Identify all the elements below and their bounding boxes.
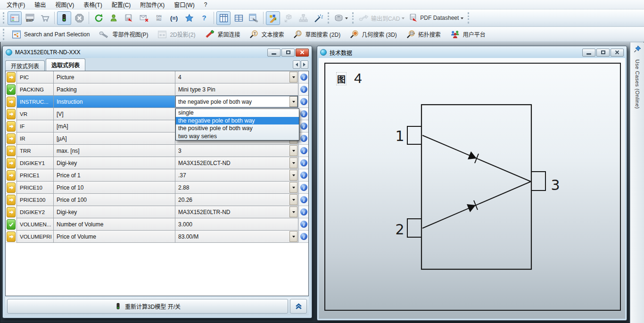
info-button[interactable]: i [298, 231, 308, 243]
row-status-arrow-icon[interactable] [6, 96, 17, 108]
table-rows-button[interactable] [231, 11, 246, 25]
row-status-arrow-icon[interactable] [6, 231, 17, 243]
param-name[interactable]: PRICE1 [17, 169, 54, 182]
menu-item-3[interactable]: 表格(T) [79, 0, 107, 9]
favorites-star-button[interactable] [182, 11, 196, 25]
param-value-combo[interactable]: MA3X152E0LCT-ND [175, 157, 298, 169]
combo-dropdown-button[interactable] [289, 207, 297, 217]
menu-item-4[interactable]: 配置(C) [107, 0, 136, 9]
combo-dropdown-button[interactable] [289, 182, 297, 193]
magic-wand-button[interactable] [311, 11, 325, 25]
user-platform-button[interactable]: 用户平台 [446, 28, 490, 41]
param-description[interactable]: Digi-key [54, 206, 175, 218]
close-button[interactable] [611, 49, 624, 57]
param-name[interactable]: PRICE10 [17, 182, 54, 194]
tab-scroll-left-button[interactable] [293, 60, 300, 69]
param-description[interactable]: Picture [54, 71, 175, 83]
export-cad-button[interactable]: 输出到CAD [357, 11, 406, 25]
fastener-connection-button[interactable]: 紧固连接 [200, 28, 245, 41]
dropdown-option[interactable]: the negative pole of both way [176, 117, 299, 125]
param-description[interactable]: Price of 10 [54, 182, 175, 194]
use-cases-side-panel[interactable]: Use Cases (Online) [630, 42, 644, 323]
menu-item-7[interactable]: ? [199, 0, 212, 9]
combo-dropdown-button[interactable] [289, 72, 297, 83]
param-value-combo[interactable]: 83.00/M [175, 231, 298, 243]
tree-structure-button[interactable] [296, 11, 310, 25]
param-name[interactable]: VOLUMEN... [17, 218, 54, 231]
info-button[interactable]: i [298, 145, 308, 157]
minimize-button[interactable] [267, 49, 281, 57]
info-button[interactable]: i [298, 96, 308, 108]
row-status-arrow-icon[interactable] [6, 157, 17, 169]
info-button[interactable]: i [298, 133, 308, 145]
row-status-arrow-icon[interactable] [6, 120, 17, 133]
param-name[interactable]: DIGIKEY2 [17, 206, 54, 218]
info-button[interactable]: i [298, 108, 308, 120]
bmp-export-button[interactable]: BMP [23, 11, 37, 25]
param-value-combo[interactable]: 3 [175, 145, 298, 157]
info-button[interactable]: i [298, 194, 308, 206]
row-status-arrow-icon[interactable] [6, 206, 17, 218]
param-description[interactable]: max. [ns] [54, 145, 175, 157]
param-name[interactable]: VOLUMEPRI [17, 231, 54, 243]
info-button[interactable]: i [298, 120, 308, 133]
shopping-cart-button[interactable] [38, 11, 52, 25]
tab-scroll-right-button[interactable] [301, 60, 308, 69]
param-description[interactable]: Price of Volume [54, 231, 175, 243]
param-description[interactable]: Number of Volume [54, 218, 175, 231]
combo-dropdown-button[interactable] [289, 145, 297, 156]
save-pdf-button[interactable] [122, 11, 136, 25]
param-value-combo[interactable]: 4 [175, 71, 298, 83]
menu-item-1[interactable]: 输出 [30, 0, 50, 9]
row-status-arrow-icon[interactable] [6, 182, 17, 194]
tab-pick-list[interactable]: 选取式列表 [46, 58, 85, 71]
help-button[interactable]: ? [197, 11, 211, 25]
combo-dropdown-button[interactable] [289, 157, 297, 168]
param-name[interactable]: DIGIKEY1 [17, 157, 54, 169]
row-status-arrow-icon[interactable] [6, 145, 17, 157]
menu-item-6[interactable]: 窗口(W) [169, 0, 199, 9]
menu-item-0[interactable]: 文件(F) [2, 0, 30, 9]
param-description[interactable]: Packing [54, 83, 175, 96]
param-value-combo[interactable]: 2.88 [175, 182, 298, 194]
info-button[interactable]: i [298, 206, 308, 218]
row-status-arrow-icon[interactable] [6, 108, 17, 120]
param-name[interactable]: PRICE100 [17, 194, 54, 206]
row-status-check-icon[interactable] [6, 83, 17, 96]
row-status-arrow-icon[interactable] [6, 194, 17, 206]
param-value-combo[interactable]: MA3X152E0LTR-ND [175, 206, 298, 218]
mail-remove-button[interactable] [137, 11, 151, 25]
info-button[interactable]: i [298, 157, 308, 169]
pdf-datasheet-button[interactable]: PDF Datasheet [407, 11, 465, 25]
restore-button[interactable] [281, 49, 295, 57]
info-button[interactable]: i [298, 71, 308, 83]
washer-button[interactable] [332, 11, 350, 25]
part-view-button[interactable]: 零部件视图(P) [94, 28, 153, 41]
param-value-combo[interactable]: Mini type 3 Pin [175, 83, 298, 96]
menu-item-5[interactable]: 附加件(X) [135, 0, 169, 9]
collapse-panel-button[interactable] [290, 299, 307, 314]
combo-dropdown-button[interactable] [289, 96, 297, 107]
refresh-button[interactable] [91, 11, 106, 25]
param-name[interactable]: PACKING [17, 83, 54, 96]
combo-dropdown-button[interactable] [289, 170, 297, 181]
info-button[interactable]: i [298, 218, 308, 231]
dropdown-arrow-icon[interactable] [345, 17, 348, 21]
param-description[interactable]: Price of 1 [54, 169, 175, 182]
table-view-button[interactable] [8, 11, 22, 25]
parts-color-pencil-button[interactable] [266, 11, 280, 25]
sketch-search-2d-button[interactable]: 草图搜索 (2D) [289, 28, 345, 41]
stop-button[interactable] [72, 11, 86, 25]
menu-item-2[interactable]: 视图(V) [50, 0, 79, 9]
param-name[interactable]: PIC [17, 71, 54, 83]
row-status-arrow-icon[interactable] [6, 133, 17, 145]
assembly-3d-button[interactable] [281, 11, 295, 25]
geometry-search-3d-button[interactable]: 几何搜索 (3D) [345, 28, 402, 41]
row-status-check-icon[interactable] [6, 218, 17, 231]
dropdown-arrow-icon[interactable] [402, 17, 405, 21]
param-name[interactable]: TRR [17, 145, 54, 157]
combo-dropdown-button[interactable] [289, 231, 297, 242]
text-search-button[interactable]: T文本搜索 [245, 28, 289, 41]
param-description[interactable]: [V] [54, 108, 175, 120]
tech-window-titlebar[interactable]: 技术数据 [319, 47, 625, 58]
